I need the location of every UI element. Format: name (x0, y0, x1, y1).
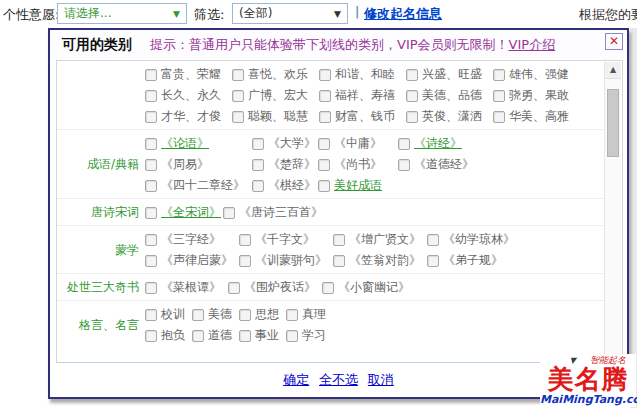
checkbox[interactable] (145, 138, 157, 150)
category-item[interactable]: 《中庸》 (318, 135, 398, 152)
checkbox[interactable] (223, 207, 235, 219)
category-item[interactable]: 福祥、寿禧 (319, 87, 406, 104)
category-item[interactable]: 《唐诗三百首》 (223, 204, 323, 221)
category-item[interactable]: 《声律启蒙》 (145, 252, 239, 269)
intent-select[interactable]: 请选择... ▼ (57, 3, 187, 24)
category-item[interactable]: 美好成语 (318, 177, 398, 194)
cancel-link[interactable]: 取消 (368, 372, 394, 387)
category-item[interactable]: 道德 (192, 327, 239, 344)
category-item[interactable]: 英俊、潇洒 (406, 108, 493, 125)
category-item[interactable]: 《三字经》 (145, 231, 239, 248)
category-item[interactable]: 《训蒙骈句》 (239, 252, 333, 269)
checkbox[interactable] (333, 255, 345, 267)
scrollbar[interactable]: ▲ (604, 62, 621, 361)
category-item[interactable]: 雄伟、强健 (493, 66, 580, 83)
checkbox[interactable] (145, 111, 157, 123)
checkbox[interactable] (239, 330, 251, 342)
checkbox[interactable] (192, 330, 204, 342)
checkbox[interactable] (286, 309, 298, 321)
category-item[interactable]: 《尚书》 (318, 156, 398, 173)
category-item[interactable]: 思想 (239, 306, 286, 323)
checkbox[interactable] (427, 234, 439, 246)
deselect-all-link[interactable]: 全不选 (319, 372, 358, 387)
checkbox[interactable] (145, 255, 157, 267)
category-item[interactable]: 《大学》 (252, 135, 318, 152)
checkbox[interactable] (192, 309, 204, 321)
checkbox[interactable] (228, 282, 240, 294)
scroll-up-icon[interactable]: ▲ (605, 62, 621, 79)
category-item[interactable]: 广博、宏大 (232, 87, 319, 104)
checkbox[interactable] (318, 138, 330, 150)
checkbox[interactable] (239, 255, 251, 267)
category-item[interactable]: 财富、钱币 (319, 108, 406, 125)
checkbox[interactable] (145, 69, 157, 81)
category-item[interactable]: 《弟子规》 (427, 252, 521, 269)
confirm-link[interactable]: 确定 (283, 372, 309, 387)
checkbox[interactable] (322, 282, 334, 294)
checkbox[interactable] (232, 69, 244, 81)
checkbox[interactable] (406, 69, 418, 81)
category-item[interactable]: 《笠翁对韵》 (333, 252, 427, 269)
checkbox[interactable] (493, 69, 505, 81)
category-item[interactable]: 长久、永久 (145, 87, 232, 104)
checkbox[interactable] (427, 255, 439, 267)
checkbox[interactable] (239, 234, 251, 246)
checkbox[interactable] (145, 309, 157, 321)
checkbox[interactable] (319, 69, 331, 81)
vip-intro-link[interactable]: VIP介绍 (509, 37, 556, 52)
checkbox[interactable] (252, 138, 264, 150)
category-item[interactable]: 《菜根谭》 (145, 279, 228, 296)
checkbox[interactable] (145, 90, 157, 102)
category-item[interactable]: 《诗经》 (398, 135, 462, 152)
category-item[interactable]: 喜悦、欢乐 (232, 66, 319, 83)
category-item[interactable]: 抱负 (145, 327, 192, 344)
checkbox[interactable] (145, 159, 157, 171)
checkbox[interactable] (398, 138, 410, 150)
close-icon[interactable]: ✕ (605, 33, 623, 50)
site-logo[interactable]: ▼智能起名 美名腾 MaiMingTang.com (540, 354, 636, 407)
scrollbar-thumb[interactable] (607, 89, 619, 157)
category-item[interactable]: 《楚辞》 (252, 156, 318, 173)
checkbox[interactable] (145, 234, 157, 246)
category-item[interactable]: 《周易》 (145, 156, 252, 173)
checkbox[interactable] (232, 111, 244, 123)
category-item[interactable]: 《围炉夜话》 (228, 279, 322, 296)
category-item[interactable]: 学习 (286, 327, 333, 344)
checkbox[interactable] (318, 180, 330, 192)
checkbox[interactable] (319, 90, 331, 102)
category-item[interactable]: 《千字文》 (239, 231, 333, 248)
checkbox[interactable] (145, 207, 157, 219)
checkbox[interactable] (286, 330, 298, 342)
checkbox[interactable] (398, 159, 410, 171)
checkbox[interactable] (145, 282, 157, 294)
category-item[interactable]: 《道德经》 (398, 156, 474, 173)
checkbox[interactable] (239, 309, 251, 321)
category-item[interactable]: 美德、品德 (406, 87, 493, 104)
filter-select[interactable]: (全部) ▼ (232, 3, 348, 24)
category-item[interactable]: 真理 (286, 306, 333, 323)
category-item[interactable]: 《幼学琼林》 (427, 231, 521, 248)
category-item[interactable]: 兴盛、旺盛 (406, 66, 493, 83)
checkbox[interactable] (252, 180, 264, 192)
checkbox[interactable] (145, 180, 157, 192)
checkbox[interactable] (319, 111, 331, 123)
category-item[interactable]: 《全宋词》 (145, 204, 223, 221)
category-item[interactable]: 富贵、荣耀 (145, 66, 232, 83)
category-item[interactable]: 和谐、和睦 (319, 66, 406, 83)
category-item[interactable]: 《小窗幽记》 (322, 279, 410, 296)
checkbox[interactable] (145, 330, 157, 342)
category-item[interactable]: 美德 (192, 306, 239, 323)
category-item[interactable]: 才华、才俊 (145, 108, 232, 125)
checkbox[interactable] (318, 159, 330, 171)
category-item[interactable]: 事业 (239, 327, 286, 344)
category-item[interactable]: 《四十二章经》 (145, 177, 252, 194)
category-item[interactable]: 校训 (145, 306, 192, 323)
category-item[interactable]: 骁勇、果敢 (493, 87, 580, 104)
checkbox[interactable] (333, 234, 345, 246)
category-item[interactable]: 《增广贤文》 (333, 231, 427, 248)
checkbox[interactable] (232, 90, 244, 102)
checkbox[interactable] (406, 90, 418, 102)
category-item[interactable]: 《论语》 (145, 135, 252, 152)
checkbox[interactable] (252, 159, 264, 171)
checkbox[interactable] (493, 90, 505, 102)
